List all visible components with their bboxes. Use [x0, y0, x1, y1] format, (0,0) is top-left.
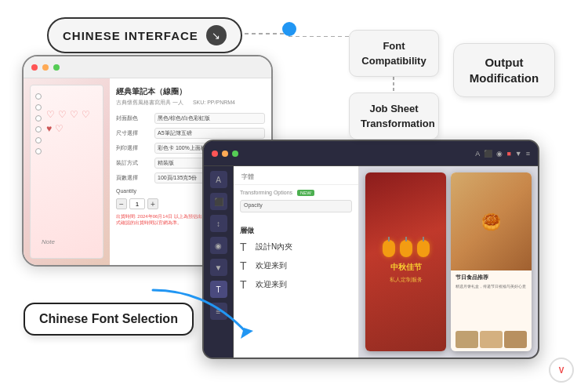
brochure-thumb — [504, 331, 527, 348]
font-list-item[interactable]: T 欢迎来到 — [240, 260, 352, 272]
form-label: 列印選擇 — [116, 144, 151, 152]
transforming-label: Transforming Options NEW — [240, 190, 352, 196]
secondary-brochure-card: 🥮 节日食品推荐 精选月饼礼盒，传递节日祝福与美好心意 — [451, 172, 532, 351]
notebook-label: Note — [42, 238, 55, 245]
lanterns-row — [383, 240, 430, 257]
spiral-ring — [35, 126, 42, 132]
logo-text: V — [559, 366, 564, 375]
toolbar-icon[interactable]: ≡ — [526, 150, 530, 158]
font-selection-label: Chinese Font Selection — [39, 312, 178, 325]
chinese-font-selection-badge: Chinese Font Selection — [24, 303, 194, 336]
form-label: 裝訂方式 — [116, 159, 151, 167]
font-panel-header: 字體 — [234, 166, 358, 185]
brochure-secondary-content: 节日食品推荐 精选月饼礼盒，传递节日祝福与美好心意 — [451, 270, 532, 329]
toolbar-icon[interactable]: A — [475, 150, 480, 158]
left-device-header — [24, 56, 271, 78]
notebook-spiral — [35, 93, 42, 250]
brochure-main-title: 中秋佳节 — [390, 262, 422, 273]
font-compat-box: Font Compatibility — [349, 30, 439, 77]
new-badge: NEW — [297, 190, 314, 196]
font-section-title: 層做 — [240, 226, 352, 236]
chinese-interface-badge: CHINESE INTERFACE ↘ — [47, 17, 242, 53]
product-subtitle: 古典懷舊風格書寫用具 一人 SKU: PP/PNRM4 — [116, 99, 265, 107]
toolbar-icon[interactable]: ▼ — [515, 150, 522, 158]
main-container: CHINESE INTERFACE ↘ Font Compatibility J… — [0, 0, 588, 392]
dot-yellow — [222, 151, 228, 157]
heart-icon: ♡ — [46, 109, 55, 120]
form-label: 頁數選擇 — [116, 174, 151, 182]
toolbar-icons: A ⬛ ◉ ■ ▼ ≡ — [475, 150, 530, 158]
font-list-item[interactable]: T 設計N內夾 — [240, 241, 352, 253]
spiral-ring — [35, 137, 42, 143]
notebook-image-area: ♡ ♡ ♡ ♡ ♥ ♡ Note — [24, 78, 110, 265]
font-name: 欢迎来到 — [256, 260, 287, 271]
heart-icon: ♥ — [46, 123, 52, 134]
font-compat-title: Font Compatibility — [361, 40, 426, 67]
chinese-interface-label: CHINESE INTERFACE — [63, 29, 198, 42]
notebook-hearts: ♡ ♡ ♡ ♡ ♥ ♡ — [46, 109, 99, 242]
brochure-main-subtitle: 私人定制服务 — [390, 276, 423, 284]
font-options: Transforming Options NEW Opacity — [234, 185, 358, 220]
transforming-select[interactable]: Opacity — [240, 200, 352, 212]
sidebar-tool-icon[interactable]: ▼ — [210, 259, 227, 276]
output-mod-title: Output Modification — [470, 56, 539, 85]
brochure-secondary: 🥮 节日食品推荐 精选月饼礼盒，传递节日祝福与美好心意 — [451, 172, 532, 351]
spiral-ring — [35, 115, 42, 122]
sidebar-tool-icon[interactable]: ⬛ — [210, 193, 227, 210]
heart-icon: ♡ — [70, 109, 78, 120]
quantity-minus-button[interactable]: − — [116, 198, 127, 209]
sidebar-tool-icon[interactable]: A — [210, 171, 227, 188]
form-row-size: 尺寸選擇 A5筆記簿五磅 — [116, 128, 265, 139]
heart-icon: ♡ — [82, 109, 90, 120]
brochure-thumbnail-row — [451, 329, 532, 351]
sidebar-tool-icon[interactable]: ◉ — [210, 237, 227, 254]
bottom-logo: V — [549, 358, 574, 383]
lantern-icon — [400, 240, 412, 257]
dot-yellow — [42, 64, 49, 71]
toolbar-icon-active[interactable]: ■ — [506, 150, 510, 158]
arrow-down-icon: ↘ — [206, 25, 227, 45]
spiral-ring — [35, 148, 42, 154]
lantern-icon — [383, 240, 395, 257]
output-mod-box: Output Modification — [453, 43, 555, 97]
brochure-secondary-title: 节日食品推荐 — [456, 274, 527, 281]
product-title: 經典筆記本（線圈） — [116, 86, 265, 97]
font-T-icon: T — [240, 241, 251, 253]
main-brochure-card: 中秋佳节 私人定制服务 — [365, 172, 446, 351]
sidebar-tool-icon[interactable]: ↕ — [210, 215, 227, 232]
brochure-secondary-image: 🥮 — [451, 172, 532, 270]
dot-red — [212, 151, 218, 157]
job-sheet-box: Job Sheet Transformation — [349, 93, 439, 140]
font-panel-title: 字體 — [241, 173, 254, 180]
form-label: 尺寸選擇 — [116, 129, 151, 137]
font-name: 設計N內夾 — [256, 241, 292, 252]
dot-red — [31, 64, 38, 71]
job-sheet-title: Job Sheet Transformation — [361, 103, 435, 129]
quantity-label: Quantity — [116, 188, 136, 194]
brochure-thumb — [456, 331, 478, 348]
spiral-ring — [35, 93, 42, 100]
notebook-cover: ♡ ♡ ♡ ♡ ♥ ♡ Note — [30, 85, 103, 259]
brochure-secondary-text: 精选月饼礼盒，传递节日祝福与美好心意 — [456, 284, 527, 289]
right-device-header: A ⬛ ◉ ■ ▼ ≡ — [204, 141, 538, 166]
form-select[interactable]: 黑色/棕色/白色彩虹版 — [154, 113, 265, 124]
dot-green — [53, 64, 60, 71]
brochure-main: 中秋佳节 私人定制服务 — [365, 172, 446, 351]
spiral-ring — [35, 104, 42, 111]
form-select[interactable]: A5筆記簿五磅 — [154, 128, 265, 139]
toolbar-icon[interactable]: ⬛ — [484, 150, 492, 158]
toolbar-icon[interactable]: ◉ — [496, 150, 503, 158]
connector-dot — [282, 22, 296, 36]
quantity-plus-button[interactable]: + — [147, 198, 158, 209]
form-row-color: 封面顏色 黑色/棕色/白色彩虹版 — [116, 113, 265, 124]
font-T-icon: T — [240, 260, 251, 272]
brochure-content-area: 中秋佳节 私人定制服务 🥮 节日食品推荐 精选月饼礼盒，传递节日祝福与美好心意 — [359, 166, 538, 358]
form-label: 封面顏色 — [116, 114, 151, 122]
dot-green — [232, 151, 238, 157]
quantity-value: 1 — [129, 198, 145, 209]
brochure-thumb — [480, 331, 503, 348]
lantern-icon — [417, 240, 430, 257]
heart-icon: ♡ — [55, 123, 64, 134]
heart-icon: ♡ — [58, 109, 67, 120]
opacity-label: Opacity — [244, 202, 263, 208]
